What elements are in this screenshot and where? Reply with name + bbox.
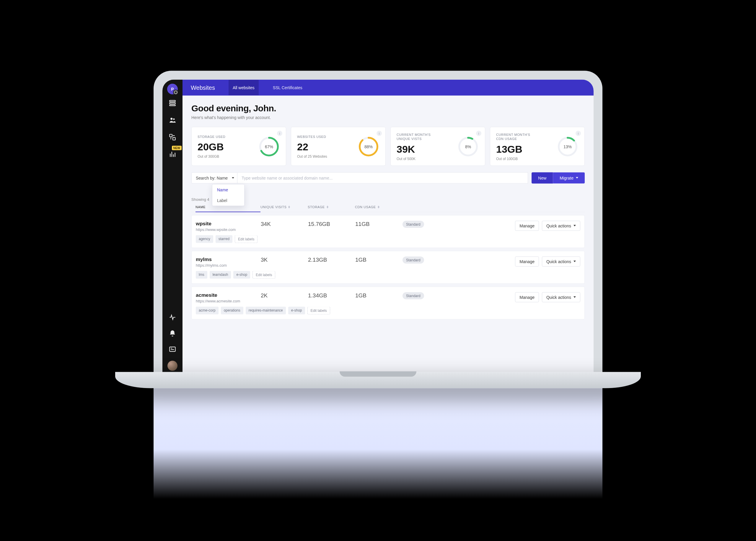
chevron-down-icon	[576, 177, 578, 179]
stat-donut: 13%	[557, 136, 578, 157]
user-avatar[interactable]	[168, 361, 178, 371]
cell-cdn: 11GB	[355, 221, 403, 227]
nav-activity-icon[interactable]	[168, 313, 177, 322]
nav-users-icon[interactable]	[168, 116, 177, 125]
plan-badge: Standard	[403, 221, 424, 228]
svg-rect-6	[173, 138, 176, 140]
chevron-down-icon	[573, 296, 576, 298]
stat-donut: 88%	[358, 136, 379, 157]
chevron-down-icon	[573, 261, 576, 262]
label-chip[interactable]: starred	[215, 235, 232, 243]
col-storage[interactable]: STORAGE	[308, 205, 355, 209]
stat-value: 13GB	[496, 143, 553, 155]
table-row: wpsite https://www.wpsite.com 34K 15.76G…	[191, 215, 585, 248]
stat-card: i STORAGE USED 20GB Out of 300GB 67%	[191, 127, 286, 166]
stat-donut: 8%	[457, 136, 479, 157]
cell-visits: 34K	[261, 221, 308, 227]
page-title: Websites	[191, 84, 215, 91]
chevron-down-icon	[573, 225, 576, 227]
svg-point-3	[171, 118, 173, 120]
edit-labels-button[interactable]: Edit labels	[252, 271, 275, 278]
label-chip[interactable]: lms	[196, 271, 207, 278]
stat-value: 22	[297, 141, 353, 153]
stat-sub: Out of 500K	[397, 157, 453, 161]
dropdown-option-name[interactable]: Name	[212, 184, 244, 195]
site-name: acmesite	[196, 292, 261, 298]
search-by-label: Search by: Name	[196, 176, 228, 180]
stats-row: i STORAGE USED 20GB Out of 300GB 67% i W…	[191, 127, 585, 166]
migrate-button[interactable]: Migrate	[553, 172, 585, 183]
site-name: mylms	[196, 256, 261, 262]
label-chip[interactable]: operations	[221, 306, 243, 314]
cell-storage: 2.13GB	[308, 256, 355, 263]
info-icon[interactable]: i	[277, 131, 282, 136]
info-icon[interactable]: i	[377, 131, 382, 136]
edit-labels-button[interactable]: Edit labels	[307, 306, 330, 314]
edit-labels-button[interactable]: Edit labels	[235, 235, 257, 243]
label-chip[interactable]: agency	[196, 235, 213, 243]
nav-transfer-icon[interactable]	[168, 133, 177, 142]
label-chip[interactable]: requires-maintenance	[246, 306, 286, 314]
brand-avatar[interactable]: P	[167, 84, 178, 95]
badge-new: NEW	[172, 146, 182, 150]
tab-all-websites[interactable]: All websites	[228, 80, 259, 95]
new-button[interactable]: New	[532, 172, 553, 183]
stat-label: STORAGE USED	[197, 135, 239, 139]
label-chip[interactable]: learndash	[210, 271, 231, 278]
stat-label: CURRENT MONTH'S UNIQUE VISTS	[397, 133, 438, 141]
label-chip[interactable]: acme-corp	[196, 306, 218, 314]
cell-visits: 3K	[261, 256, 308, 263]
manage-button[interactable]: Manage	[515, 256, 539, 267]
brand-letter: P	[171, 87, 174, 92]
svg-rect-0	[170, 100, 176, 102]
stat-label: WEBSITES USED	[297, 135, 338, 139]
dropdown-option-label[interactable]: Label	[212, 195, 244, 206]
stat-value: 39K	[397, 143, 453, 155]
site-url: https://mylms.com	[196, 263, 261, 267]
col-visits[interactable]: UNIQUE VISITS	[260, 205, 308, 209]
sidebar: P NEW	[163, 80, 183, 375]
sort-icon	[327, 206, 328, 208]
manage-button[interactable]: Manage	[515, 221, 539, 231]
label-chip[interactable]: e-shop	[288, 306, 305, 314]
info-icon[interactable]: i	[575, 131, 581, 136]
laptop-notch	[340, 371, 416, 377]
stat-donut: 67%	[258, 136, 280, 157]
table-row: acmesite https://www.acmesite.com 2K 1.3…	[191, 286, 585, 319]
quick-actions-button[interactable]: Quick actions	[542, 221, 580, 231]
tab-ssl-certificates[interactable]: SSL Certificates	[269, 80, 306, 95]
site-name: wpsite	[196, 221, 261, 227]
quick-actions-button[interactable]: Quick actions	[542, 292, 580, 302]
table-header: NAME UNIQUE VISITS STORAGE C	[191, 202, 585, 212]
nav-help-icon[interactable]	[168, 345, 177, 354]
manage-button[interactable]: Manage	[515, 292, 539, 302]
search-by-selector[interactable]: Search by: Name	[191, 172, 237, 183]
greeting-headline: Good evening, John.	[191, 103, 585, 113]
plan-badge: Standard	[403, 256, 424, 264]
nav-websites-icon[interactable]	[168, 99, 177, 108]
site-url: https://www.acmesite.com	[196, 298, 261, 303]
new-button-label: New	[538, 176, 546, 180]
nav-analytics-icon[interactable]: NEW	[168, 150, 177, 159]
stat-value: 20GB	[197, 141, 254, 153]
label-chip[interactable]: e-shop	[233, 271, 250, 278]
stat-sub: Out of 300GB	[197, 155, 254, 159]
controls-row: Search by: Name New Migrate	[191, 172, 585, 183]
col-name[interactable]: NAME	[195, 205, 260, 212]
search-by-dropdown: Name Label	[212, 184, 244, 206]
search-input[interactable]	[237, 172, 528, 183]
svg-rect-1	[170, 103, 176, 104]
col-cdn[interactable]: CDN USAGE	[355, 205, 402, 209]
info-icon[interactable]: i	[476, 131, 481, 136]
quick-actions-button[interactable]: Quick actions	[542, 256, 580, 267]
sort-icon	[288, 206, 290, 208]
nav-notifications-icon[interactable]	[168, 329, 177, 338]
stat-sub: Out of 100GB	[496, 157, 553, 161]
sort-icon	[378, 206, 379, 208]
stat-card: i CURRENT MONTH'S UNIQUE VISTS 39K Out o…	[390, 127, 485, 166]
stat-card: i WEBSITES USED 22 Out of 25 Websites 88…	[291, 127, 386, 166]
screen: P NEW	[163, 80, 593, 375]
laptop-bezel: P NEW	[154, 71, 602, 375]
svg-rect-5	[170, 134, 172, 137]
table-body: wpsite https://www.wpsite.com 34K 15.76G…	[191, 215, 585, 319]
